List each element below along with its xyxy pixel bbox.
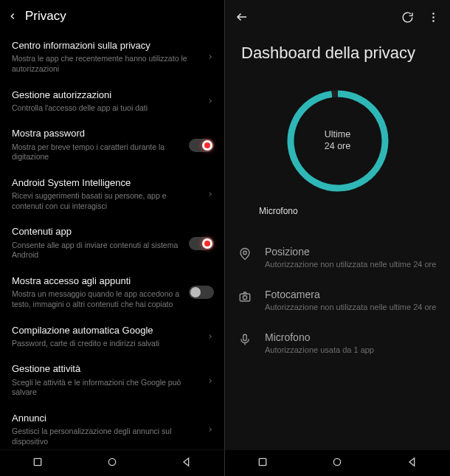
setting-title: Contenuti app [12,226,183,238]
svg-marker-14 [409,458,415,466]
donut-center-line2: 24 ore [325,141,350,154]
chevron-right-icon [204,50,214,63]
permission-title: Posizione [265,246,437,258]
nav-back-button[interactable] [406,456,418,471]
nav-back-button[interactable] [181,456,193,471]
setting-item[interactable]: Mostra passwordMostra per breve tempo i … [0,120,224,170]
svg-point-9 [243,295,246,299]
permission-item[interactable]: FotocameraAutorizzazione non utilizzata … [238,281,437,324]
refresh-button[interactable] [401,11,414,24]
setting-title: Centro informazioni sulla privacy [12,40,198,52]
permission-title: Fotocamera [265,289,437,300]
setting-subtitle: Scegli le attività e le informazioni che… [12,378,198,398]
setting-item[interactable]: Gestione autorizzazioniControlla l'acces… [0,82,224,121]
setting-title: Compilazione automatica Google [12,325,198,337]
nav-recent-button[interactable] [257,456,269,471]
permission-subtitle: Autorizzazione non utilizzata nelle ulti… [265,302,437,312]
setting-subtitle: Mostra per breve tempo i caratteri duran… [12,142,183,162]
toggle-switch[interactable] [189,237,214,250]
toggle-switch[interactable] [189,286,214,299]
setting-item[interactable]: Mostra accesso agli appuntiMostra un mes… [0,268,224,317]
svg-point-1 [108,458,115,465]
svg-point-4 [432,13,435,15]
mic-icon [238,331,255,349]
setting-title: Gestione attività [12,363,198,375]
dashboard-title: Dashboard della privacy [225,30,450,72]
setting-title: Mostra accesso agli appunti [12,275,183,287]
permission-title: Microfono [265,331,437,343]
setting-subtitle: Mostra un messaggio quando le app accedo… [12,289,183,309]
page-title: Privacy [25,9,66,24]
back-arrow-button[interactable] [235,10,249,24]
toggle-switch[interactable] [189,139,214,152]
nav-home-button[interactable] [106,456,118,471]
setting-title: Mostra password [12,128,183,139]
setting-item[interactable]: AnnunciGestisci la personalizzazione deg… [0,405,224,449]
donut-legend-label: Microfono [259,206,298,216]
svg-point-7 [243,251,247,255]
setting-subtitle: Gestisci la personalizzazione degli annu… [12,427,198,446]
setting-subtitle: Ricevi suggerimenti basati su persone, a… [12,191,198,211]
setting-title: Annunci [12,413,198,424]
setting-subtitle: Consente alle app di inviare contenuti a… [12,241,183,261]
setting-subtitle: Controlla l'accesso delle app ai tuoi da… [12,103,198,114]
donut-center-line1: Ultime [325,128,350,141]
back-button[interactable] [7,11,18,21]
nav-home-button[interactable] [331,456,343,471]
setting-title: Android System Intelligence [12,177,198,189]
usage-donut-chart: Ultime 24 ore [279,82,397,200]
svg-point-13 [334,458,341,465]
chevron-right-icon [204,94,214,108]
nav-recent-button[interactable] [32,456,44,471]
permission-item[interactable]: PosizioneAutorizzazione non utilizzata n… [238,238,437,281]
setting-item[interactable]: Contenuti appConsente alle app di inviar… [0,218,224,268]
chevron-right-icon [204,374,214,387]
svg-rect-10 [243,334,247,340]
chevron-right-icon [204,330,214,343]
setting-item[interactable]: Android System IntelligenceRicevi sugger… [0,170,224,219]
location-icon [238,246,255,263]
setting-item[interactable]: Compilazione automatica GooglePassword, … [0,317,224,356]
svg-point-6 [432,20,435,22]
chevron-right-icon [204,187,214,201]
svg-marker-2 [184,458,189,466]
permission-subtitle: Autorizzazione non utilizzata nelle ulti… [265,259,437,269]
permission-item[interactable]: MicrofonoAutorizzazione usata da 1 app [238,324,437,367]
chevron-right-icon [204,423,214,436]
svg-rect-8 [240,294,250,301]
camera-icon [238,289,255,306]
permission-subtitle: Autorizzazione usata da 1 app [265,345,437,355]
setting-item[interactable]: Centro informazioni sulla privacyMostra … [0,32,224,82]
setting-subtitle: Password, carte di credito e indirizzi s… [12,339,198,349]
svg-rect-0 [34,458,41,465]
setting-item[interactable]: Gestione attivitàScegli le attività e le… [0,356,224,405]
svg-rect-12 [259,458,266,465]
setting-title: Gestione autorizzazioni [12,89,198,101]
setting-subtitle: Mostra le app che recentemente hanno uti… [12,54,198,74]
more-menu-button[interactable] [427,11,440,24]
svg-point-5 [432,16,435,18]
